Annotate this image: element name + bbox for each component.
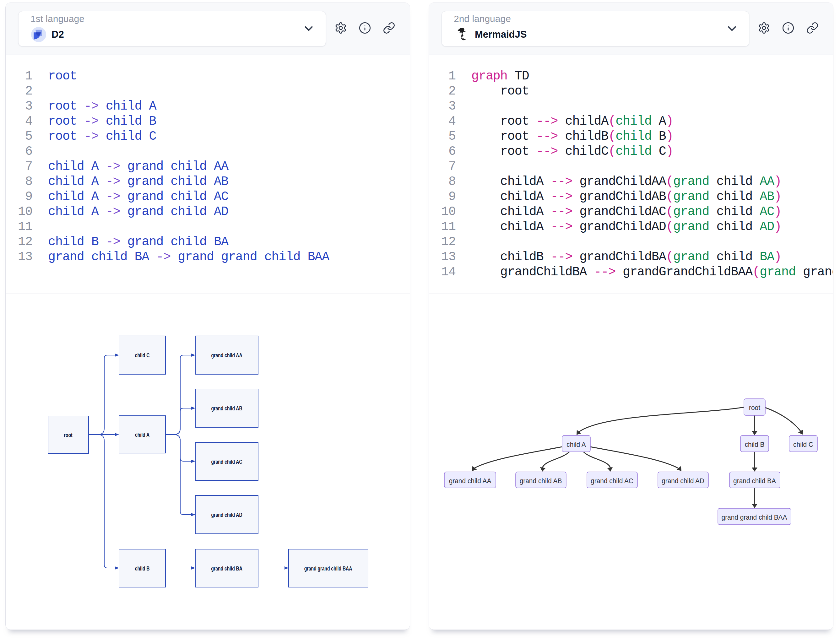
svg-text:root: root	[64, 432, 73, 438]
svg-text:grand child AB: grand child AB	[211, 405, 242, 411]
svg-text:child C: child C	[793, 441, 813, 448]
svg-text:child A: child A	[567, 441, 586, 448]
svg-text:grand child BA: grand child BA	[211, 565, 242, 572]
svg-text:grand child BA: grand child BA	[733, 477, 776, 485]
svg-text:grand child AD: grand child AD	[662, 477, 704, 485]
svg-text:grand grand child BAA: grand grand child BAA	[304, 565, 352, 572]
svg-text:grand child AD: grand child AD	[211, 512, 242, 518]
svg-text:grand child AC: grand child AC	[591, 477, 633, 485]
svg-text:grand child AA: grand child AA	[211, 352, 242, 358]
svg-text:child A: child A	[135, 431, 150, 438]
svg-text:root: root	[749, 404, 760, 412]
svg-text:child B: child B	[745, 441, 765, 448]
svg-text:child C: child C	[135, 352, 150, 358]
svg-text:grand child AB: grand child AB	[520, 477, 562, 485]
svg-text:child B: child B	[135, 565, 150, 572]
svg-text:grand child AA: grand child AA	[449, 477, 491, 485]
svg-text:grand grand child BAA: grand grand child BAA	[722, 514, 788, 521]
svg-text:grand child AC: grand child AC	[211, 458, 242, 465]
